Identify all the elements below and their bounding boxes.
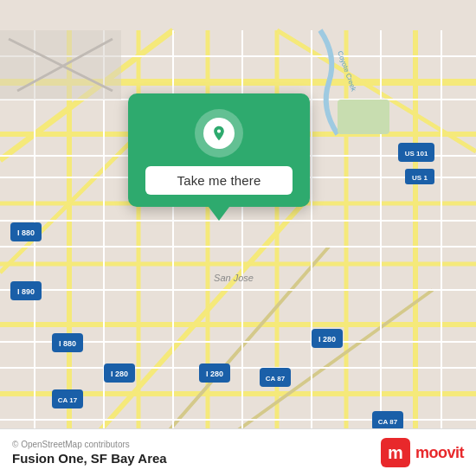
popup-card: Take me there xyxy=(128,93,310,207)
moovit-text: moovit xyxy=(415,444,464,462)
location-pin-icon xyxy=(210,125,228,142)
location-icon-wrapper xyxy=(195,109,243,158)
take-me-there-button[interactable]: Take me there xyxy=(145,166,293,195)
svg-text:I 890: I 890 xyxy=(17,287,35,296)
map-background: I 880 I 890 I 880 US 101 US 1 I 280 I 28… xyxy=(0,0,476,476)
svg-text:US 1: US 1 xyxy=(412,174,428,182)
location-icon-inner xyxy=(203,118,235,149)
svg-text:I 280: I 280 xyxy=(111,370,128,378)
svg-rect-62 xyxy=(338,100,389,134)
moovit-icon: m xyxy=(381,438,410,467)
svg-text:I 880: I 880 xyxy=(17,228,35,237)
svg-text:I 280: I 280 xyxy=(318,335,336,344)
svg-text:San Jose: San Jose xyxy=(214,273,254,283)
svg-text:CA 87: CA 87 xyxy=(378,418,398,426)
svg-text:US 101: US 101 xyxy=(405,150,428,158)
bottom-left-info: © OpenStreetMap contributors Fusion One,… xyxy=(12,440,167,466)
map-container: I 880 I 890 I 880 US 101 US 1 I 280 I 28… xyxy=(0,0,476,476)
svg-text:CA 87: CA 87 xyxy=(266,375,286,383)
svg-text:I 280: I 280 xyxy=(206,370,223,378)
location-name: Fusion One, SF Bay Area xyxy=(12,451,167,466)
svg-text:CA 17: CA 17 xyxy=(58,396,78,404)
moovit-logo: m moovit xyxy=(381,438,464,467)
bottom-bar: © OpenStreetMap contributors Fusion One,… xyxy=(0,428,476,476)
svg-text:I 880: I 880 xyxy=(59,339,76,348)
osm-attribution: © OpenStreetMap contributors xyxy=(12,440,167,449)
svg-text:m: m xyxy=(388,443,403,462)
